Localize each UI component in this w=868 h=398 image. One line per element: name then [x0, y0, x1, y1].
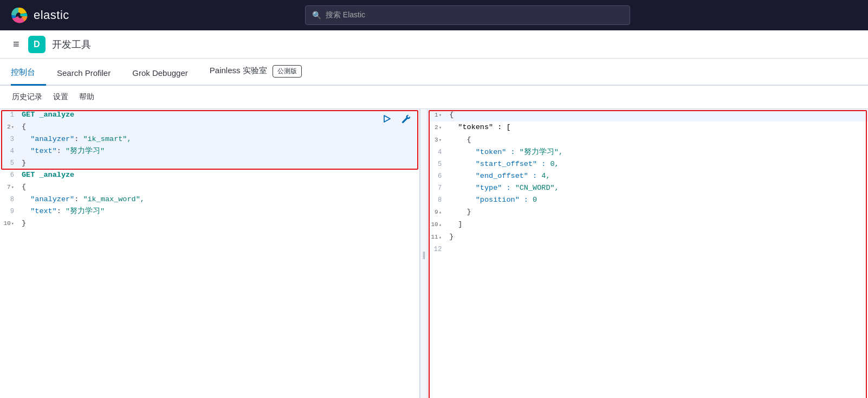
output-code-lines: 1▾{2▾ "tokens" : [3▾ {4 "token" : "努力学习"…: [427, 109, 868, 398]
code-line: 5}: [0, 157, 419, 169]
line-number: 2▾: [0, 121, 20, 133]
search-bar-container: 🔍 搜索 Elastic: [78, 5, 857, 25]
line-content: }: [447, 206, 868, 218]
code-line: 10▴ ]: [427, 219, 868, 231]
line-content: GET _analyze: [20, 109, 419, 121]
elastic-logo-text: elastic: [34, 8, 69, 22]
code-line: 3 "analyzer": "ik_smart",: [0, 133, 419, 145]
line-content: {: [20, 121, 419, 133]
line-content: }: [447, 231, 868, 243]
line-number: 9▴: [427, 206, 447, 219]
line-number: 8: [0, 194, 20, 206]
search-placeholder: 搜索 Elastic: [326, 10, 365, 20]
help-button[interactable]: 帮助: [78, 90, 95, 104]
tab-navigation: 控制台 Search Profiler Grok Debugger Painle…: [0, 59, 868, 86]
line-content: {: [447, 109, 868, 121]
code-line: 4 "text": "努力学习": [0, 145, 419, 157]
line-number: 3▾: [427, 134, 447, 146]
line-number: 4: [0, 145, 20, 157]
action-buttons: [379, 111, 413, 126]
line-content: }: [20, 157, 419, 169]
wrench-icon: [400, 114, 410, 124]
line-number: 8: [427, 194, 447, 206]
line-content: "type" : "CN_WORD",: [447, 182, 868, 194]
history-button[interactable]: 历史记录: [11, 90, 43, 104]
line-content: }: [20, 217, 419, 229]
beta-badge: 公测版: [273, 65, 302, 78]
tab-search-profiler[interactable]: Search Profiler: [46, 62, 121, 86]
line-number: 7: [427, 182, 447, 194]
elastic-logo[interactable]: elastic: [11, 7, 69, 24]
title-bar: ≡ D 开发工具: [0, 30, 868, 59]
page-title: 开发工具: [52, 38, 91, 51]
hamburger-menu-button[interactable]: ≡: [11, 36, 22, 53]
line-content: GET _analyze: [20, 169, 419, 181]
line-content: "analyzer": "ik_smart",: [20, 133, 419, 145]
code-line: 9 "text": "努力学习": [0, 206, 419, 217]
line-content: "position" : 0: [447, 194, 868, 206]
line-number: 11▴: [427, 231, 447, 243]
code-line: 2▾{: [0, 121, 419, 133]
line-number: 2▾: [427, 121, 447, 134]
code-line: 1▾{: [427, 109, 868, 121]
line-number: 1: [0, 109, 20, 121]
play-icon: [382, 114, 392, 124]
svg-marker-1: [384, 115, 390, 122]
line-content: {: [20, 181, 419, 193]
output-panel: 1▾{2▾ "tokens" : [3▾ {4 "token" : "努力学习"…: [427, 109, 868, 398]
line-content: ]: [447, 219, 868, 230]
top-navigation-bar: elastic 🔍 搜索 Elastic: [0, 0, 868, 30]
code-line: 6 "end_offset" : 4,: [427, 170, 868, 182]
elastic-logo-icon: [11, 7, 28, 24]
toolbar: 历史记录 设置 帮助: [0, 86, 868, 109]
run-button[interactable]: [379, 111, 394, 126]
line-number: 6: [427, 170, 447, 182]
line-content: "text": "努力学习": [20, 206, 419, 217]
line-content: "analyzer": "ik_max_word",: [20, 194, 419, 206]
line-number: 12: [427, 243, 447, 255]
code-line: 5 "start_offset" : 0,: [427, 158, 868, 170]
editor-code-lines: 1GET _analyze2▾{3 "analyzer": "ik_smart"…: [0, 109, 419, 398]
editor-panel[interactable]: 1GET _analyze2▾{3 "analyzer": "ik_smart"…: [0, 109, 420, 398]
main-content: 1GET _analyze2▾{3 "analyzer": "ik_smart"…: [0, 109, 868, 398]
line-content: "tokens" : [: [447, 121, 868, 133]
line-number: 10▾: [0, 217, 20, 230]
line-content: "end_offset" : 4,: [447, 170, 868, 182]
code-line: 9▴ }: [427, 206, 868, 219]
code-line: 12: [427, 243, 868, 255]
line-number: 5: [0, 157, 20, 169]
code-line: 4 "token" : "努力学习",: [427, 146, 868, 158]
code-line: 1GET _analyze: [0, 109, 419, 121]
line-number: 10▴: [427, 219, 447, 231]
code-line: 8 "position" : 0: [427, 194, 868, 206]
tools-button[interactable]: [398, 111, 413, 126]
line-number: 9: [0, 206, 20, 217]
code-line: 2▾ "tokens" : [: [427, 121, 868, 134]
devtools-badge: D: [28, 36, 46, 53]
line-content: {: [447, 134, 868, 146]
line-number: 1▾: [427, 109, 447, 121]
global-search-bar[interactable]: 🔍 搜索 Elastic: [305, 5, 630, 25]
code-line: 3▾ {: [427, 134, 868, 146]
code-line: 7▾{: [0, 181, 419, 194]
code-line: 7 "type" : "CN_WORD",: [427, 182, 868, 194]
search-icon: 🔍: [312, 11, 321, 20]
line-number: 3: [0, 133, 20, 145]
tab-grok-debugger[interactable]: Grok Debugger: [121, 62, 199, 86]
code-line: 10▾}: [0, 217, 419, 230]
line-content: "start_offset" : 0,: [447, 158, 868, 170]
tab-console[interactable]: 控制台: [11, 61, 46, 86]
tab-painless-lab[interactable]: Painless 实验室 公测版: [199, 59, 313, 86]
code-line: 6GET _analyze: [0, 169, 419, 181]
code-line: 8 "analyzer": "ik_max_word",: [0, 194, 419, 206]
line-content: "text": "努力学习": [20, 145, 419, 157]
line-content: "token" : "努力学习",: [447, 146, 868, 158]
line-number: 5: [427, 158, 447, 170]
panel-divider[interactable]: ‖: [420, 109, 427, 398]
line-number: 6: [0, 169, 20, 181]
code-line: 11▴}: [427, 231, 868, 243]
line-number: 4: [427, 146, 447, 158]
line-number: 7▾: [0, 181, 20, 194]
settings-button[interactable]: 设置: [52, 90, 69, 104]
